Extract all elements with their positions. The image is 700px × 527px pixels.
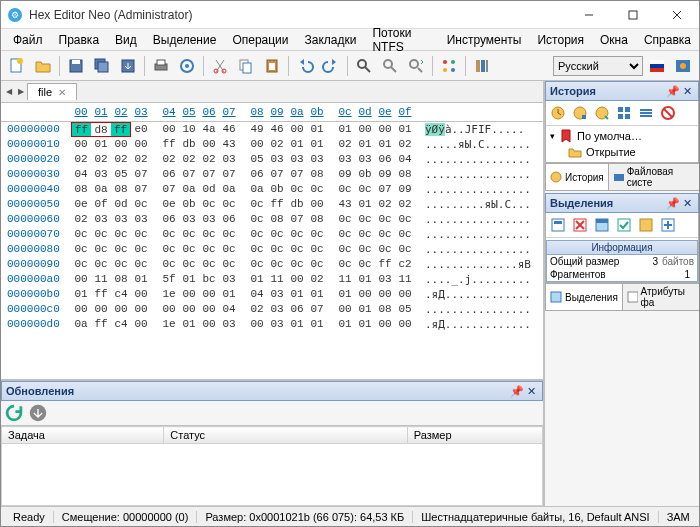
hex-byte[interactable]: 0c — [335, 257, 355, 272]
menu-edit[interactable]: Правка — [51, 30, 108, 50]
minimize-button[interactable] — [567, 1, 611, 29]
hex-byte[interactable]: 02 — [267, 137, 287, 152]
hex-byte[interactable]: 01 — [131, 272, 151, 287]
menu-history[interactable]: История — [529, 30, 592, 50]
selections-pin-icon[interactable]: 📌 — [666, 197, 680, 210]
hex-byte[interactable]: 03 — [219, 317, 239, 332]
hex-byte[interactable]: 03 — [111, 212, 131, 227]
hex-byte[interactable]: 4a — [199, 122, 219, 137]
hex-byte[interactable]: 08 — [71, 182, 91, 197]
hex-byte[interactable]: 0c — [199, 197, 219, 212]
hex-byte[interactable]: 0c — [179, 257, 199, 272]
hex-byte[interactable]: 0c — [219, 197, 239, 212]
hex-byte[interactable]: 06 — [247, 167, 267, 182]
hex-byte[interactable]: 0c — [355, 257, 375, 272]
hex-byte[interactable]: 02 — [71, 212, 91, 227]
save-all-button[interactable] — [90, 54, 114, 78]
hex-byte[interactable]: 0c — [247, 227, 267, 242]
hex-byte[interactable]: 0c — [375, 212, 395, 227]
hex-byte[interactable]: 0c — [267, 242, 287, 257]
undo-button[interactable] — [293, 54, 317, 78]
hex-byte[interactable]: 00 — [91, 302, 111, 317]
hex-byte[interactable]: 04 — [71, 167, 91, 182]
hex-byte[interactable]: 03 — [131, 212, 151, 227]
hex-byte[interactable]: 00 — [159, 302, 179, 317]
hex-byte[interactable]: 0c — [247, 212, 267, 227]
history-root[interactable]: ▾ По умолча… — [550, 128, 694, 144]
hex-byte[interactable]: 43 — [335, 197, 355, 212]
hex-byte[interactable]: 0c — [355, 212, 375, 227]
hex-byte[interactable]: 07 — [219, 167, 239, 182]
sel-btn-6[interactable] — [658, 215, 678, 235]
hex-byte[interactable]: 00 — [71, 272, 91, 287]
hex-byte[interactable]: 07 — [307, 302, 327, 317]
hex-byte[interactable]: 0c — [159, 242, 179, 257]
hex-byte[interactable]: 00 — [131, 317, 151, 332]
hex-byte[interactable]: 0c — [179, 227, 199, 242]
hex-row[interactable]: 00000030040305070607070706070708090b0908… — [1, 167, 543, 182]
ascii-text[interactable]: .........яЫ.C... — [425, 197, 531, 212]
attributes-tab[interactable]: Атрибуты фа — [622, 284, 699, 311]
hex-byte[interactable]: 01 — [355, 272, 375, 287]
hex-byte[interactable]: c2 — [395, 257, 415, 272]
hex-byte[interactable]: 0c — [335, 242, 355, 257]
close-button[interactable] — [655, 1, 699, 29]
hex-byte[interactable]: 01 — [335, 317, 355, 332]
hex-byte[interactable]: 06 — [159, 212, 179, 227]
hex-byte[interactable]: 03 — [355, 152, 375, 167]
hex-byte[interactable]: 04 — [219, 302, 239, 317]
ascii-text[interactable]: ................ — [425, 152, 531, 167]
hex-byte[interactable]: 0c — [219, 257, 239, 272]
flag2-icon[interactable] — [671, 54, 695, 78]
ascii-text[interactable]: ................ — [425, 302, 531, 317]
hex-byte[interactable]: 06 — [219, 212, 239, 227]
menu-operations[interactable]: Операции — [224, 30, 296, 50]
hex-byte[interactable]: 03 — [335, 152, 355, 167]
ascii-text[interactable]: ................ — [425, 242, 531, 257]
hex-byte[interactable]: 00 — [179, 302, 199, 317]
hex-row[interactable]: 000000c000000000000000040203060700010805… — [1, 302, 543, 317]
hex-byte[interactable]: 03 — [199, 212, 219, 227]
hex-byte[interactable]: 0c — [131, 197, 151, 212]
hex-byte[interactable]: 02 — [375, 197, 395, 212]
hex-byte[interactable]: 0c — [307, 257, 327, 272]
find-next-button[interactable] — [378, 54, 402, 78]
hex-byte[interactable]: 00 — [179, 287, 199, 302]
hex-byte[interactable]: 43 — [219, 137, 239, 152]
hex-byte[interactable]: 07 — [287, 212, 307, 227]
hex-byte[interactable]: 00 — [355, 287, 375, 302]
hex-byte[interactable]: 03 — [267, 302, 287, 317]
hex-byte[interactable]: 05 — [395, 302, 415, 317]
hex-byte[interactable]: 03 — [267, 287, 287, 302]
hex-byte[interactable]: 11 — [267, 272, 287, 287]
hex-byte[interactable]: 01 — [179, 272, 199, 287]
hex-byte[interactable]: 01 — [287, 137, 307, 152]
updates-pin-icon[interactable]: 📌 — [510, 385, 524, 398]
copy-button[interactable] — [234, 54, 258, 78]
hex-byte[interactable]: 0c — [199, 227, 219, 242]
hex-byte[interactable]: 00 — [199, 317, 219, 332]
new-button[interactable] — [5, 54, 29, 78]
hex-byte[interactable]: 46 — [219, 122, 239, 137]
hex-row[interactable]: 000000a0001108015f01bc030111000211010311… — [1, 272, 543, 287]
hex-byte[interactable]: 1e — [159, 317, 179, 332]
hex-byte[interactable]: 06 — [375, 152, 395, 167]
hex-byte[interactable]: 0c — [179, 242, 199, 257]
ascii-text[interactable]: ..............яВ — [425, 257, 531, 272]
hex-byte[interactable]: 05 — [247, 152, 267, 167]
menu-tools[interactable]: Инструменты — [439, 30, 530, 50]
hex-byte[interactable]: 01 — [307, 122, 327, 137]
hex-byte[interactable]: 07 — [375, 182, 395, 197]
hex-byte[interactable]: 01 — [355, 302, 375, 317]
hist-btn-4[interactable] — [614, 103, 634, 123]
hex-byte[interactable]: ff — [91, 317, 111, 332]
ascii-text[interactable]: .....яЫ.C....... — [425, 137, 531, 152]
hex-byte[interactable]: 0c — [307, 182, 327, 197]
hex-byte[interactable]: e0 — [131, 122, 151, 137]
hex-byte[interactable]: 0c — [287, 182, 307, 197]
hex-byte[interactable]: 07 — [179, 167, 199, 182]
hex-byte[interactable]: 46 — [267, 122, 287, 137]
hex-byte[interactable]: 01 — [355, 137, 375, 152]
updates-col-task[interactable]: Задача — [2, 427, 164, 444]
hex-byte[interactable]: 03 — [307, 152, 327, 167]
